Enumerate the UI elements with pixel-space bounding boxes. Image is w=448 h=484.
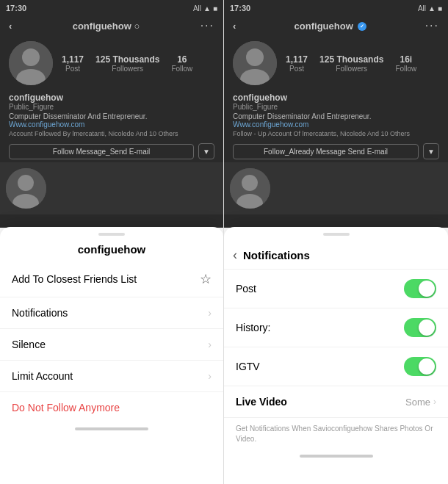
svg-point-10 bbox=[242, 175, 258, 191]
notif-live-right: Some › bbox=[405, 397, 436, 408]
right-battery-icon: ■ bbox=[438, 4, 442, 12]
notif-item-post: Post bbox=[224, 270, 448, 308]
sheet-item-silence[interactable]: Silence › bbox=[0, 329, 223, 361]
left-profile-meta: configuehow Public_Figure Computer Disse… bbox=[0, 91, 223, 140]
svg-point-4 bbox=[18, 175, 34, 191]
right-profile-bio: Computer Disseminator And Entrepreneur. bbox=[233, 112, 439, 120]
left-follow-btn[interactable]: Follow Message_Send E-mail bbox=[9, 144, 194, 159]
right-chevron-btn[interactable]: ▼ bbox=[423, 143, 439, 159]
sheet-item-closest-friends[interactable]: Add To Closest Friends List ☆ bbox=[0, 261, 223, 297]
left-following-stat: 16 Follow bbox=[171, 54, 192, 73]
left-posts-label: Post bbox=[65, 65, 80, 73]
left-stats-row: 1,117 Post 125 Thousands Followers 16 Fo… bbox=[62, 54, 214, 73]
svg-point-1 bbox=[22, 48, 40, 66]
left-action-buttons: Follow Message_Send E-mail ▼ bbox=[0, 140, 223, 162]
left-username-nav: configuehow ○ bbox=[73, 21, 140, 32]
right-username-nav: configuehow bbox=[295, 21, 367, 32]
sheet-item-do-not-follow[interactable]: Do Not Follow Anymore bbox=[0, 392, 223, 423]
limit-account-chevron-icon: › bbox=[208, 370, 212, 382]
left-panel: 17:30 All ▲ ■ ‹ configuehow ○ ··· bbox=[0, 0, 224, 484]
left-time: 17:30 bbox=[6, 4, 26, 12]
left-avatar bbox=[9, 41, 53, 85]
right-status-bar: 17:30 All ▲ ■ bbox=[224, 0, 448, 16]
left-bottom-sheet: configuehow Add To Closest Friends List … bbox=[0, 227, 223, 484]
left-status-bar: 17:30 All ▲ ■ bbox=[0, 0, 223, 16]
silence-label: Silence bbox=[12, 339, 46, 350]
right-username-text: configuehow bbox=[295, 21, 353, 32]
left-profile-bio: Computer Disseminator And Entrepreneur. bbox=[9, 112, 214, 120]
right-profile-info-row: 1,117 Post 125 Thousands Followers 16i F… bbox=[224, 35, 448, 91]
silence-chevron-icon: › bbox=[208, 339, 212, 350]
sheet-item-notifications[interactable]: Notifications › bbox=[0, 297, 223, 329]
left-followers-stat: 125 Thousands Followers bbox=[95, 54, 159, 73]
notif-igtv-label: IGTV bbox=[236, 361, 260, 372]
left-chevron-icon: ▼ bbox=[203, 148, 210, 156]
svg-point-7 bbox=[246, 48, 264, 66]
left-partial-avatar bbox=[6, 168, 46, 209]
left-profile-nav: ‹ configuehow ○ ··· bbox=[0, 16, 223, 35]
right-status-icons: All ▲ ■ bbox=[418, 4, 442, 12]
notif-live-value: Some bbox=[405, 397, 430, 408]
right-signal: All bbox=[418, 4, 426, 12]
left-profile-name: configuehow bbox=[9, 93, 214, 103]
notif-post-label: Post bbox=[236, 283, 256, 295]
left-profile-followed-by: Account Followed By lmercatanti, Nicoled… bbox=[9, 130, 214, 137]
right-profile-website: Www.configuehow.com bbox=[233, 120, 439, 129]
left-followers-count: 125 Thousands bbox=[95, 54, 159, 65]
right-drag-handle[interactable] bbox=[323, 233, 350, 236]
right-wifi-icon: ▲ bbox=[428, 4, 436, 12]
left-following-label: Follow bbox=[171, 65, 192, 73]
right-posts-stat: 1,117 Post bbox=[286, 54, 308, 73]
right-followers-stat: 125 Thousands Followers bbox=[319, 54, 383, 73]
notif-history-toggle[interactable] bbox=[404, 318, 436, 337]
notif-header: ‹ Notifications bbox=[224, 240, 448, 270]
right-posts-label: Post bbox=[289, 65, 304, 73]
left-back-arrow[interactable]: ‹ bbox=[9, 21, 12, 32]
right-notif-sheet: ‹ Notifications Post History: IGTV Live … bbox=[224, 227, 448, 484]
notif-live-row[interactable]: Live Video Some › bbox=[224, 386, 448, 418]
right-stats-row: 1,117 Post 125 Thousands Followers 16i F… bbox=[286, 54, 439, 73]
left-profile-info-row: 1,117 Post 125 Thousands Followers 16 Fo… bbox=[0, 35, 223, 91]
right-profile-nav: ‹ configuehow ··· bbox=[224, 16, 448, 35]
right-time: 17:30 bbox=[230, 4, 250, 12]
right-three-dots[interactable]: ··· bbox=[425, 19, 439, 32]
left-status-icons: All ▲ ■ bbox=[193, 4, 217, 12]
left-home-bar bbox=[75, 427, 148, 430]
right-follow-btn[interactable]: Follow_Already Message Send E-mail bbox=[233, 144, 419, 159]
right-profile-followed-by: Follow - Up Account Of lmercatants, Nico… bbox=[233, 130, 439, 137]
left-posts-stat: 1,117 Post bbox=[62, 54, 84, 73]
right-following-label: Follow bbox=[395, 65, 416, 73]
right-following-count: 16i bbox=[400, 54, 413, 65]
notif-igtv-toggle[interactable] bbox=[404, 357, 436, 376]
notif-item-igtv: IGTV bbox=[224, 347, 448, 386]
left-three-dots[interactable]: ··· bbox=[200, 19, 214, 32]
notifications-chevron-icon: › bbox=[208, 307, 212, 319]
sheet-item-limit-account[interactable]: Limit Account › bbox=[0, 361, 223, 392]
right-following-stat: 16i Follow bbox=[395, 54, 416, 73]
notif-history-label: History: bbox=[236, 322, 270, 333]
left-profile-type: Public_Figure bbox=[9, 103, 214, 111]
left-signal: All bbox=[193, 4, 201, 12]
right-profile-meta: configuehow Public_Figure Computer Disse… bbox=[224, 91, 448, 140]
notif-back-button[interactable]: ‹ bbox=[233, 248, 237, 263]
right-partial-avatar bbox=[230, 168, 270, 209]
right-back-arrow[interactable]: ‹ bbox=[233, 21, 236, 32]
notifications-label: Notifications bbox=[12, 307, 68, 319]
right-action-buttons: Follow_Already Message Send E-mail ▼ bbox=[224, 140, 448, 162]
left-following-count: 16 bbox=[177, 54, 187, 65]
notif-footer-text: Get Notifications When Savioconfiguehow … bbox=[224, 418, 448, 450]
limit-account-label: Limit Account bbox=[12, 370, 73, 382]
left-partial-image bbox=[0, 162, 223, 214]
notif-post-toggle[interactable] bbox=[404, 279, 436, 298]
right-partial-image bbox=[224, 162, 448, 214]
right-followers-label: Followers bbox=[336, 65, 367, 73]
notif-title: Notifications bbox=[243, 249, 310, 261]
right-profile-name: configuehow bbox=[233, 93, 439, 103]
left-wifi-icon: ▲ bbox=[203, 4, 211, 12]
right-posts-count: 1,117 bbox=[286, 54, 308, 65]
right-home-indicator bbox=[224, 450, 448, 462]
left-home-indicator bbox=[0, 423, 223, 435]
left-drag-handle[interactable] bbox=[98, 233, 125, 236]
left-chevron-btn[interactable]: ▼ bbox=[198, 143, 214, 159]
right-chevron-icon: ▼ bbox=[427, 148, 435, 156]
